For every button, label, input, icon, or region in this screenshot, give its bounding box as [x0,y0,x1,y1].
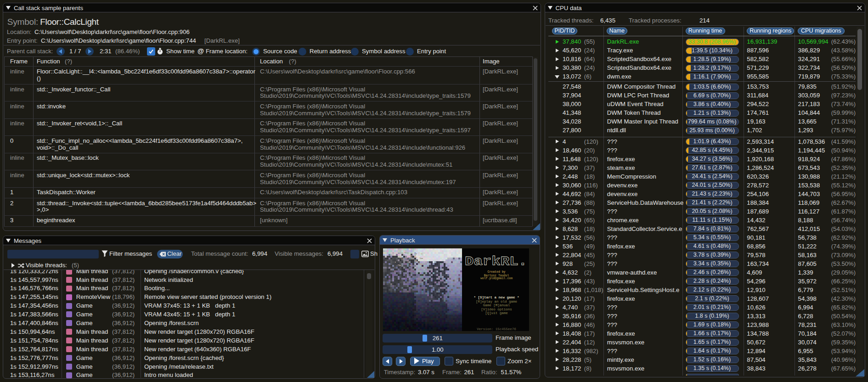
svg-text:wolf.pld@gmail.com: wolf.pld@gmail.com [480,277,513,280]
svg-text:Version: 15c455ee76: Version: 15c455ee76 [477,327,516,331]
svg-text:Game [M]anual: Game [M]anual [483,303,510,307]
svg-text:[Q]uit game: [Q]uit game [485,311,508,315]
svg-text:* [S]tart a new game *: * [S]tart a new game * [473,296,519,299]
svg-text:DarkRL.: DarkRL. [465,255,527,269]
svg-text:[R]eplay an old game: [R]eplay an old game [476,299,517,303]
svg-text:Created by: Created by [487,270,505,274]
svg-text:[V]ideo options: [V]ideo options [481,307,512,311]
